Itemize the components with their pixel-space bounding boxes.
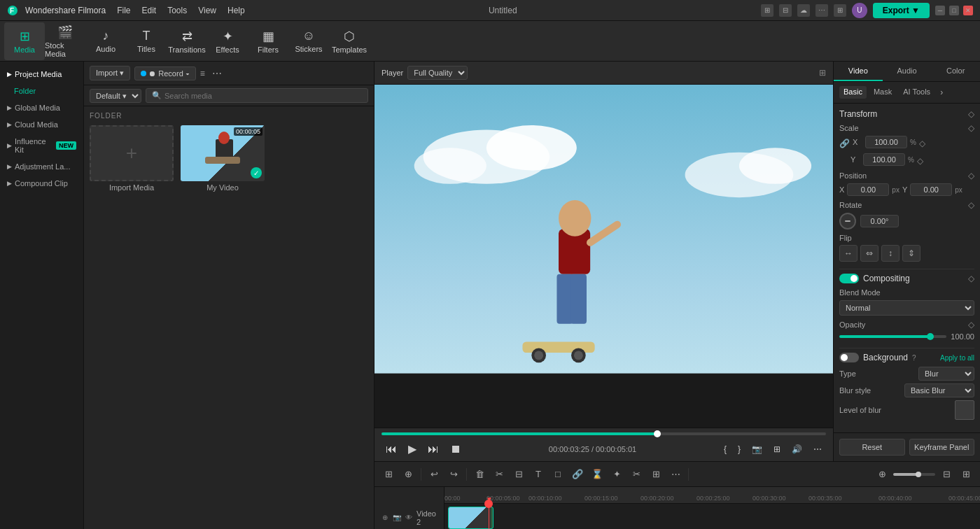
snapshot-button[interactable]: 📷 — [748, 443, 766, 456]
tab-color[interactable]: Color — [931, 62, 980, 81]
tab-audio[interactable]: Audio — [883, 62, 932, 81]
close-button[interactable]: ✕ — [963, 6, 973, 15]
progress-handle[interactable] — [654, 430, 661, 437]
tl-shape[interactable]: □ — [550, 466, 566, 483]
flip-v-button[interactable]: ↕ — [881, 245, 899, 262]
filter-button[interactable]: ≡ — [200, 69, 205, 78]
bg-type-select[interactable]: Blur — [918, 367, 974, 381]
background-toggle[interactable] — [839, 353, 859, 362]
maximize-button[interactable]: □ — [949, 6, 959, 15]
reset-button[interactable]: Reset — [839, 439, 905, 456]
tl-fit[interactable]: ⊞ — [958, 466, 974, 483]
track-mute-btn[interactable]: 👁 — [405, 512, 414, 523]
sidebar-folder-item[interactable]: Folder — [0, 83, 83, 99]
sidebar-item-influence-kit[interactable]: ▶ Influence Kit NEW — [0, 133, 83, 158]
tl-undo[interactable]: ↩ — [426, 466, 442, 483]
add-track-btn[interactable]: ⊕ — [380, 512, 389, 523]
lock-icon[interactable]: 🔗 — [839, 139, 850, 148]
timeline-clip-myvideo[interactable]: My Video — [448, 507, 493, 529]
flip-h-button[interactable]: ↔ — [839, 245, 858, 262]
menu-tools[interactable]: Tools — [167, 6, 187, 15]
tl-add-track[interactable]: ⊞ — [380, 466, 397, 483]
volume-button[interactable]: 🔊 — [788, 443, 806, 456]
import-placeholder[interactable]: + — [90, 125, 174, 181]
timeline-tracks-area[interactable]: 00:00 00:00:05:00 00:00:10:00 00:00:15:0… — [444, 487, 980, 529]
flip-h2-button[interactable]: ⇔ — [860, 245, 878, 262]
sidebar-item-project-media[interactable]: ▶ Project Media — [0, 66, 83, 83]
rewind-button[interactable]: ⏮ — [382, 442, 401, 457]
toolbar-titles[interactable]: T Titles — [126, 22, 167, 60]
toolbar-media[interactable]: ⊞ Media — [4, 22, 45, 60]
compositing-toggle[interactable] — [839, 274, 859, 283]
toolbar-effects[interactable]: ✦ Effects — [207, 22, 248, 60]
more-button[interactable]: ⋯ — [209, 66, 225, 80]
menu-view[interactable]: View — [198, 6, 216, 15]
blend-mode-select[interactable]: Normal — [839, 300, 974, 316]
record-button[interactable]: ⏺ Record ▾ — [134, 66, 196, 80]
import-media-thumb[interactable]: + Import Media — [90, 125, 174, 192]
position-keyframe-button[interactable]: ◇ — [968, 171, 974, 181]
scale-x-keyframe[interactable]: ◇ — [919, 139, 925, 148]
play-button[interactable]: ▶ — [404, 441, 421, 457]
minimize-button[interactable]: ─ — [935, 6, 945, 15]
toolbar-stickers[interactable]: ☺ Stickers — [288, 22, 329, 60]
subtabs-more-button[interactable]: › — [937, 86, 946, 99]
sidebar-item-adjustment-layer[interactable]: ▶ Adjustment La... — [0, 158, 83, 175]
topbar-icon5[interactable]: ⊞ — [834, 4, 846, 17]
mark-out-button[interactable]: } — [734, 443, 745, 456]
toolbar-filters[interactable]: ▦ Filters — [248, 22, 288, 60]
tl-redo[interactable]: ↪ — [445, 466, 462, 483]
sidebar-item-compound-clip[interactable]: ▶ Compound Clip — [0, 175, 83, 192]
rotate-input[interactable] — [860, 215, 899, 227]
tl-crop[interactable]: ⊟ — [510, 466, 527, 483]
subtab-basic[interactable]: Basic — [839, 86, 867, 99]
tl-cut[interactable]: ✂ — [491, 466, 507, 483]
tl-speed[interactable]: ⌛ — [589, 466, 606, 483]
toolbar-audio[interactable]: ♪ Audio — [85, 22, 126, 60]
more-preview-button[interactable]: ⋯ — [809, 443, 826, 456]
opacity-handle[interactable] — [927, 333, 934, 340]
import-button[interactable]: Import ▾ — [90, 66, 130, 80]
menu-edit[interactable]: Edit — [142, 6, 157, 15]
flip-v2-button[interactable]: ⇕ — [902, 245, 920, 262]
preview-progress[interactable] — [382, 432, 826, 435]
tl-grid[interactable]: ⊞ — [648, 466, 664, 483]
menu-file[interactable]: File — [117, 6, 130, 15]
topbar-icon1[interactable]: ⊞ — [761, 4, 774, 17]
toolbar-templates[interactable]: ⬡ Templates — [329, 22, 370, 60]
apply-all-button[interactable]: Apply to all — [940, 354, 974, 362]
topbar-icon4[interactable]: ⋯ — [816, 4, 828, 17]
tl-split[interactable]: ✂ — [628, 466, 645, 483]
forward-button[interactable]: ⏭ — [424, 442, 443, 457]
scale-keyframe-button[interactable]: ◇ — [968, 123, 974, 133]
tl-more[interactable]: ⋯ — [667, 466, 684, 483]
preview-icon[interactable]: ⊞ — [819, 68, 826, 78]
subtab-mask[interactable]: Mask — [869, 86, 896, 99]
toolbar-transitions[interactable]: ⇄ Transitions — [167, 22, 207, 60]
scale-y-keyframe[interactable]: ◇ — [917, 156, 923, 166]
rotate-keyframe-button[interactable]: ◇ — [968, 200, 974, 210]
export-button[interactable]: Export ▼ — [873, 3, 930, 18]
sidebar-item-global-media[interactable]: ▶ Global Media — [0, 99, 83, 116]
scale-y-input[interactable] — [863, 153, 905, 166]
search-input[interactable] — [164, 92, 362, 100]
fullscreen-button[interactable]: ⊞ — [769, 443, 785, 456]
zoom-handle[interactable] — [916, 472, 921, 477]
scale-x-input[interactable] — [865, 136, 907, 148]
rotate-dial[interactable] — [839, 213, 856, 230]
tl-effects[interactable]: ✦ — [608, 466, 625, 483]
tl-group[interactable]: 🔗 — [569, 466, 586, 483]
sort-select[interactable]: Default ▾ — [90, 89, 141, 103]
pos-x-input[interactable] — [847, 183, 889, 196]
playhead[interactable] — [489, 504, 489, 529]
mark-in-button[interactable]: { — [720, 443, 731, 456]
menu-help[interactable]: Help — [227, 6, 245, 15]
video-thumb[interactable]: 00:00:05 ✓ My Video — [181, 125, 265, 192]
bg-style-select[interactable]: Basic Blur — [904, 383, 974, 397]
tl-zoom-out[interactable]: ⊟ — [938, 466, 955, 483]
tl-delete[interactable]: 🗑 — [471, 466, 488, 483]
tl-text[interactable]: T — [530, 466, 547, 483]
track-camera-btn[interactable]: 📷 — [392, 512, 401, 523]
sidebar-item-cloud-media[interactable]: ▶ Cloud Media — [0, 116, 83, 133]
opacity-slider[interactable] — [839, 335, 946, 338]
